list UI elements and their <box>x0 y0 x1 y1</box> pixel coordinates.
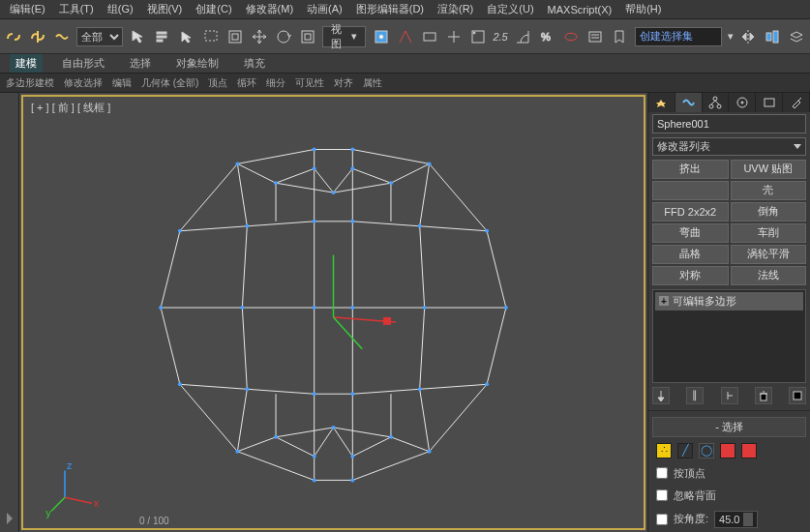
tab-selection[interactable]: 选择 <box>124 54 157 73</box>
modifier-list-select[interactable]: 修改器列表 <box>652 137 806 155</box>
mirror-icon[interactable] <box>739 25 758 48</box>
menu-help[interactable]: 帮助(H) <box>619 0 667 18</box>
tab-populate[interactable]: 填充 <box>238 54 271 73</box>
ribbon-modify-selection[interactable]: 修改选择 <box>60 74 106 92</box>
ignore-backfacing-label: 忽略背面 <box>674 488 716 503</box>
viewport[interactable]: [ + ] [ 前 ] [ 线框 ] <box>21 95 645 530</box>
select-objects-icon[interactable] <box>129 25 147 48</box>
rotate-icon[interactable] <box>274 25 292 48</box>
menu-modifiers[interactable]: 修改器(M) <box>240 0 300 18</box>
snap-icon[interactable] <box>468 25 487 48</box>
svg-point-19 <box>235 162 239 165</box>
tab-display-icon[interactable] <box>756 93 783 112</box>
cursor-icon[interactable] <box>177 25 195 48</box>
ribbon-properties[interactable]: 属性 <box>359 74 386 92</box>
menu-group[interactable]: 组(G) <box>102 0 139 18</box>
make-unique-icon[interactable] <box>721 387 738 404</box>
expand-stack-icon[interactable]: + <box>659 296 669 306</box>
ribbon-loops[interactable]: 循环 <box>233 74 260 92</box>
align-icon[interactable] <box>764 25 782 48</box>
remove-mod-icon[interactable] <box>755 387 772 404</box>
btn-normal[interactable]: 法线 <box>731 266 807 285</box>
selection-set-input[interactable] <box>635 27 722 46</box>
viewport-label[interactable]: [ + ] [ 前 ] [ 线框 ] <box>31 101 110 115</box>
menu-create[interactable]: 创建(C) <box>190 0 237 18</box>
angle-spinner[interactable]: 45.0 <box>714 511 758 528</box>
ribbon-poly-modeling[interactable]: 多边形建模 <box>2 74 58 92</box>
modifier-stack[interactable]: + 可编辑多边形 <box>652 289 806 383</box>
left-rail <box>0 93 19 532</box>
btn-empty[interactable] <box>652 181 729 200</box>
tab-motion-icon[interactable] <box>729 93 756 112</box>
ref-coord-select[interactable]: 视图▾ <box>322 26 366 47</box>
object-name-field[interactable]: Sphere001 <box>652 114 806 133</box>
tab-modeling[interactable]: 建模 <box>10 54 43 73</box>
menu-views[interactable]: 视图(V) <box>141 0 189 18</box>
ribbon-geometry[interactable]: 几何体 (全部) <box>137 74 202 92</box>
angle-snap-icon[interactable] <box>514 25 532 48</box>
btn-uvw-map[interactable]: UVW 贴图 <box>731 160 807 179</box>
menu-animation[interactable]: 动画(A) <box>301 0 348 18</box>
btn-turbosmooth[interactable]: 涡轮平滑 <box>731 245 807 264</box>
manipulate-icon[interactable] <box>396 25 414 48</box>
btn-ffd[interactable]: FFD 2x2x2 <box>652 202 729 222</box>
ribbon-subdivision[interactable]: 细分 <box>262 74 289 92</box>
percent-snap-icon[interactable]: % <box>538 25 556 48</box>
link-icon[interactable] <box>4 25 22 48</box>
scale-icon[interactable] <box>298 25 316 48</box>
by-angle-checkbox[interactable] <box>656 514 668 525</box>
menu-maxscript[interactable]: MAXScript(X) <box>542 2 618 17</box>
move-icon[interactable] <box>250 25 268 48</box>
ribbon-align[interactable]: 对齐 <box>330 74 357 92</box>
stack-item-editable-poly[interactable]: + 可编辑多边形 <box>655 292 803 310</box>
menu-rendering[interactable]: 渲染(R) <box>432 0 479 18</box>
snap-move-icon[interactable] <box>444 25 463 48</box>
pivot-center-icon[interactable] <box>372 25 390 48</box>
subobj-polygon-icon[interactable] <box>720 443 735 458</box>
ribbon-vertices[interactable]: 顶点 <box>204 74 231 92</box>
spinner-arrows-icon[interactable] <box>743 513 753 526</box>
btn-lattice[interactable]: 晶格 <box>652 245 729 264</box>
configure-icon[interactable] <box>789 387 806 404</box>
window-cross-icon[interactable] <box>225 25 244 48</box>
edit-named-sel-icon[interactable] <box>586 25 605 48</box>
ignore-backfacing-checkbox[interactable] <box>656 489 668 501</box>
subobj-border-icon[interactable]: ◯ <box>699 443 714 458</box>
rollout-selection-header[interactable]: - 选择 <box>652 417 806 437</box>
select-by-name-icon[interactable] <box>153 25 171 48</box>
subobj-edge-icon[interactable]: ╱ <box>677 443 693 458</box>
btn-chamfer[interactable]: 倒角 <box>731 202 807 222</box>
menu-graph-editors[interactable]: 图形编辑器(D) <box>350 0 430 18</box>
tab-hierarchy-icon[interactable] <box>703 93 730 112</box>
btn-symmetry[interactable]: 对称 <box>652 266 729 285</box>
menu-edit[interactable]: 编辑(E) <box>4 0 51 18</box>
unlink-icon[interactable] <box>28 25 46 48</box>
show-end-result-icon[interactable]: ∥ <box>686 387 704 404</box>
tab-utilities-icon[interactable] <box>783 93 810 112</box>
btn-lathe[interactable]: 车削 <box>731 223 807 243</box>
layer-manager-icon[interactable] <box>788 25 806 48</box>
menu-tools[interactable]: 工具(T) <box>53 0 100 18</box>
btn-shell[interactable]: 壳 <box>731 181 807 200</box>
tab-object-paint[interactable]: 对象绘制 <box>170 54 225 73</box>
bind-icon[interactable] <box>52 25 71 48</box>
btn-extrude[interactable]: 挤出 <box>652 160 729 179</box>
tab-create-icon[interactable] <box>648 93 675 112</box>
pin-stack-icon[interactable] <box>652 387 670 404</box>
named-sel-icon[interactable] <box>611 25 629 48</box>
expand-rail-icon[interactable] <box>7 513 13 524</box>
ribbon-visibility[interactable]: 可见性 <box>291 74 328 92</box>
subobj-element-icon[interactable] <box>741 443 757 458</box>
subobj-vertex-icon[interactable]: ∴ <box>656 443 672 458</box>
menu-customize[interactable]: 自定义(U) <box>481 0 539 18</box>
keyboard-shortcut-icon[interactable] <box>420 25 438 48</box>
tab-freeform[interactable]: 自由形式 <box>56 54 110 73</box>
spinner-snap-icon[interactable] <box>562 25 581 48</box>
by-vertex-checkbox[interactable] <box>656 467 668 479</box>
tab-modify-icon[interactable] <box>675 93 703 112</box>
rect-region-icon[interactable] <box>201 25 220 48</box>
selection-filter-select[interactable]: 全部 <box>76 27 123 46</box>
ribbon-edit[interactable]: 编辑 <box>108 74 135 92</box>
svg-point-54 <box>350 478 354 482</box>
btn-bend[interactable]: 弯曲 <box>652 223 729 243</box>
